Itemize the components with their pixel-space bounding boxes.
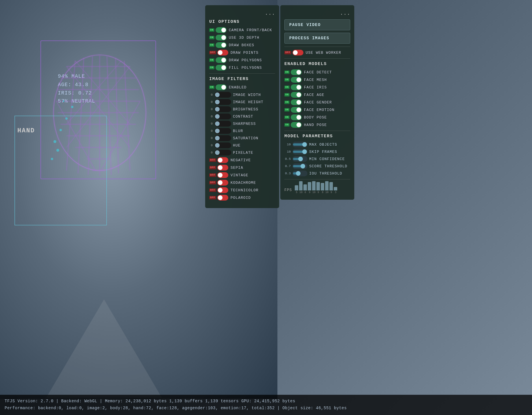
image-height-slider[interactable] [214,99,231,105]
polaroid-track[interactable] [217,195,228,201]
pixelate-slider[interactable] [214,150,231,155]
panel-right-menu[interactable]: ... [284,10,350,16]
fps-bar-item: 9 [316,182,320,194]
fill-polygons-track[interactable] [216,65,227,71]
score-threshold-slider[interactable] [292,163,307,169]
vintage-track[interactable] [217,172,228,178]
min-confidence-slider[interactable] [292,156,307,162]
sepia-toggle[interactable]: OFF [209,165,228,171]
saturation-slider[interactable] [214,135,231,141]
polaroid-label: Polaroid [231,196,275,200]
face-detect-toggle[interactable]: ON [284,69,302,75]
sharpness-slider[interactable] [214,121,231,127]
hue-slider[interactable] [214,142,231,148]
score-threshold-label: Score Threshold [309,164,350,168]
use-3d-depth-track[interactable] [216,35,227,40]
face-emotion-track[interactable] [291,107,302,113]
sepia-track[interactable] [217,165,228,171]
fps-bar-value: 9 [331,191,332,194]
fps-bar-value: 10 [299,191,303,194]
draw-boxes-label: Draw Boxes [229,43,275,47]
skip-frames-slider[interactable] [292,149,307,155]
body-pose-track[interactable] [291,114,302,120]
draw-polygons-track[interactable] [216,57,227,63]
blur-slider[interactable] [214,128,231,134]
draw-boxes-toggle[interactable]: ON [209,42,227,48]
svg-point-28 [63,100,64,102]
negative-toggle[interactable]: OFF [209,157,228,163]
iou-threshold-label: IOU Threshold [309,171,350,176]
performance-bar: TFJS Version: 2.7.0 | Backend: WebGL | M… [0,395,532,415]
max-objects-slider[interactable] [292,142,307,147]
divider-4 [284,131,350,131]
face-age-label: Face Age [304,93,350,97]
face-mesh-toggle[interactable]: ON [284,77,302,83]
technicolor-track[interactable] [217,187,228,193]
use-web-worker-toggle[interactable]: OFF [284,50,303,55]
max-objects-value: 10 [284,143,291,146]
pause-video-button[interactable]: Pause Video [284,19,350,30]
image-width-row: 0 Image Width [209,92,275,98]
panel-left: ... UI Options ON Camera Front/Back ON U… [205,5,279,208]
face-mesh-track[interactable] [291,77,302,83]
fill-polygons-toggle[interactable]: ON [209,65,227,71]
body-pose-toggle[interactable]: ON [284,114,302,120]
triangle-overlay [46,299,162,398]
draw-points-toggle[interactable]: OFF [209,50,228,55]
fps-bar-item: 10 [325,181,329,194]
use-3d-depth-toggle[interactable]: ON [209,35,227,40]
hue-value: 0 [209,144,213,147]
face-gender-toggle[interactable]: ON [284,99,302,105]
polaroid-toggle[interactable]: OFF [209,195,228,201]
draw-points-track[interactable] [217,50,228,55]
use-web-worker-track[interactable] [292,50,303,55]
svg-line-20 [66,61,121,124]
camera-front-back-track[interactable] [216,27,227,33]
draw-boxes-track[interactable] [216,42,227,48]
fps-bar-item: 9 [308,182,311,194]
vintage-label: Vintage [231,173,275,177]
negative-track[interactable] [217,157,228,163]
sharpness-label: Sharpness [233,122,275,126]
vintage-row: OFF Vintage [209,172,275,178]
panel-left-menu[interactable]: ... [209,10,275,16]
hand-pose-toggle[interactable]: ON [284,122,302,128]
face-age-toggle[interactable]: ON [284,92,302,98]
face-gender-track[interactable] [291,99,302,105]
face-emotion-label: Face Emotion [304,108,350,112]
filters-enabled-toggle[interactable]: ON [209,84,227,90]
ui-options-title: UI Options [209,19,275,24]
fps-bar-item: 5 [295,185,298,194]
fps-bar-fill [303,184,307,190]
vintage-toggle[interactable]: OFF [209,172,228,178]
draw-points-label: Draw Points [231,51,275,55]
fill-polygons-row: ON Fill Polygons [209,65,275,71]
image-width-slider[interactable] [214,92,231,98]
filters-enabled-track[interactable] [216,84,227,90]
saturation-label: Saturation [233,136,275,140]
divider-2 [284,47,350,47]
score-threshold-value: 0.7 [284,164,291,168]
face-iris-toggle[interactable]: ON [284,84,302,90]
kodachrome-toggle[interactable]: OFF [209,180,228,186]
process-images-button[interactable]: Process Images [284,33,350,44]
image-height-row: 0 Image Height [209,99,275,105]
contrast-row: 0 Contrast [209,114,275,119]
face-detect-track[interactable] [291,69,302,75]
contrast-slider[interactable] [214,114,231,119]
brightness-slider[interactable] [214,106,231,112]
kodachrome-track[interactable] [217,180,228,186]
body-pose-row: ON Body Pose [284,114,350,120]
face-gender-label: Face Gender [304,100,350,105]
face-iris-track[interactable] [291,84,302,90]
iou-threshold-slider[interactable] [292,171,307,176]
hand-pose-track[interactable] [291,122,302,128]
image-width-label: Image Width [233,93,275,97]
fps-bar-fill [308,182,311,190]
face-emotion-toggle[interactable]: ON [284,107,302,113]
draw-polygons-toggle[interactable]: ON [209,57,227,63]
camera-front-back-toggle[interactable]: ON [209,27,227,33]
face-age-track[interactable] [291,92,302,98]
technicolor-toggle[interactable]: OFF [209,187,228,193]
pixelate-value: 0 [209,151,213,154]
